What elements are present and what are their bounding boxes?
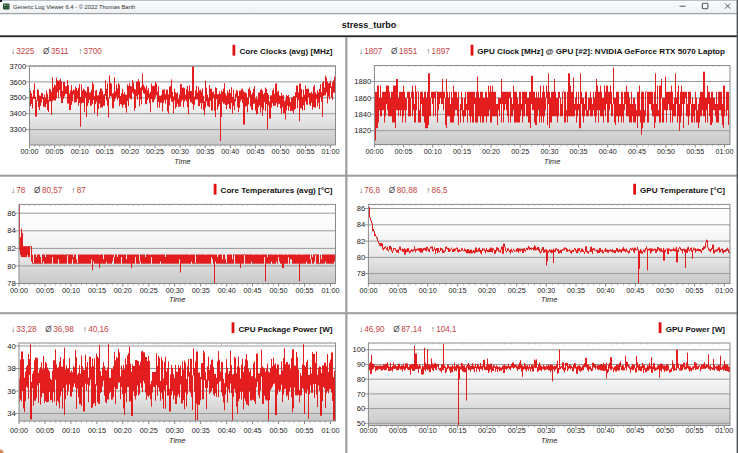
svg-text:↓: ↓	[359, 186, 363, 195]
svg-text:00:35: 00:35	[192, 426, 210, 435]
svg-text:00:35: 00:35	[196, 147, 214, 156]
svg-text:00:05: 00:05	[36, 426, 54, 435]
svg-text:00:15: 00:15	[448, 426, 466, 435]
svg-text:00:45: 00:45	[626, 286, 644, 295]
svg-text:1897: 1897	[432, 47, 451, 56]
svg-text:00:55: 00:55	[296, 286, 314, 295]
svg-text:3511: 3511	[51, 47, 69, 56]
svg-text:80,57: 80,57	[42, 186, 63, 195]
svg-text:00:40: 00:40	[599, 147, 617, 156]
svg-text:3225: 3225	[16, 47, 35, 56]
svg-text:00:20: 00:20	[478, 426, 496, 435]
svg-text:GPU Temperature [°C]: GPU Temperature [°C]	[640, 186, 725, 195]
svg-text:00:05: 00:05	[46, 147, 64, 156]
svg-text:Ø: Ø	[45, 325, 52, 334]
svg-text:00:05: 00:05	[395, 147, 413, 156]
svg-text:1880: 1880	[354, 77, 371, 86]
svg-text:00:25: 00:25	[146, 147, 164, 156]
svg-text:00:55: 00:55	[296, 426, 314, 435]
svg-text:00:15: 00:15	[448, 286, 466, 295]
svg-text:00:45: 00:45	[244, 286, 262, 295]
svg-text:↓: ↓	[359, 325, 363, 334]
svg-text:↑: ↑	[78, 47, 82, 56]
svg-text:00:10: 00:10	[419, 426, 437, 435]
svg-text:00:10: 00:10	[62, 286, 80, 295]
svg-text:00:15: 00:15	[88, 286, 106, 295]
svg-text:00:50: 00:50	[270, 426, 288, 435]
svg-text:↓: ↓	[11, 186, 15, 195]
svg-text:00:25: 00:25	[140, 286, 158, 295]
svg-text:00:40: 00:40	[597, 426, 615, 435]
svg-text:40,16: 40,16	[88, 325, 109, 334]
svg-text:00:50: 00:50	[270, 286, 288, 295]
svg-text:1851: 1851	[399, 47, 418, 56]
svg-text:01:00: 01:00	[715, 286, 733, 295]
svg-text:00:15: 00:15	[453, 147, 471, 156]
svg-text:3400: 3400	[9, 109, 26, 118]
svg-text:↑: ↑	[431, 325, 435, 334]
svg-text:80: 80	[7, 262, 15, 271]
svg-text:00:10: 00:10	[424, 147, 442, 156]
svg-text:00:35: 00:35	[567, 286, 585, 295]
svg-text:86: 86	[357, 204, 365, 213]
svg-text:80: 80	[357, 253, 365, 262]
svg-text:00:50: 00:50	[272, 147, 290, 156]
svg-text:00:30: 00:30	[166, 426, 184, 435]
svg-text:90: 90	[357, 360, 365, 369]
svg-text:00:20: 00:20	[121, 147, 139, 156]
svg-text:00:25: 00:25	[140, 426, 158, 435]
svg-text:34: 34	[7, 409, 15, 418]
svg-text:100: 100	[353, 345, 366, 354]
svg-text:01:00: 01:00	[322, 147, 340, 156]
svg-text:00:05: 00:05	[36, 286, 54, 295]
svg-text:Time: Time	[544, 157, 560, 166]
svg-text:00:05: 00:05	[389, 426, 407, 435]
svg-text:33,28: 33,28	[16, 325, 37, 334]
svg-text:00:50: 00:50	[657, 147, 675, 156]
svg-text:84: 84	[7, 226, 15, 235]
svg-text:↑: ↑	[71, 186, 75, 195]
svg-text:78: 78	[16, 186, 26, 195]
svg-text:36,98: 36,98	[53, 325, 74, 334]
svg-text:00:25: 00:25	[508, 426, 526, 435]
svg-text:01:00: 01:00	[322, 286, 340, 295]
svg-text:87,14: 87,14	[401, 325, 422, 334]
svg-text:1860: 1860	[354, 94, 371, 103]
svg-text:60: 60	[357, 404, 365, 413]
svg-text:Generic Log Viewer 6.4 - © 202: Generic Log Viewer 6.4 - © 2022 Thomas B…	[13, 4, 135, 10]
svg-text:00:00: 00:00	[365, 147, 383, 156]
svg-text:Core Temperatures (avg) [°C]: Core Temperatures (avg) [°C]	[221, 186, 333, 195]
svg-text:00:30: 00:30	[540, 147, 558, 156]
svg-text:Time: Time	[541, 436, 557, 445]
svg-text:00:25: 00:25	[508, 286, 526, 295]
svg-text:00:30: 00:30	[166, 286, 184, 295]
svg-text:00:40: 00:40	[597, 286, 615, 295]
svg-text:00:00: 00:00	[359, 426, 377, 435]
svg-text:00:35: 00:35	[567, 426, 585, 435]
svg-text:80,88: 80,88	[397, 186, 418, 195]
svg-text:00:20: 00:20	[478, 286, 496, 295]
svg-text:↓: ↓	[11, 47, 15, 56]
svg-text:GPU Clock [MHz] @ GPU [#2]: NV: GPU Clock [MHz] @ GPU [#2]: NVIDIA GeFor…	[477, 47, 725, 56]
svg-text:80: 80	[357, 375, 365, 384]
svg-text:Ø: Ø	[34, 186, 41, 195]
svg-text:Ø: Ø	[393, 325, 400, 334]
svg-text:↑: ↑	[83, 325, 87, 334]
svg-text:00:30: 00:30	[537, 286, 555, 295]
svg-text:00:35: 00:35	[570, 147, 588, 156]
svg-text:↓: ↓	[359, 47, 363, 56]
svg-text:86,5: 86,5	[432, 186, 448, 195]
svg-text:3700: 3700	[84, 47, 103, 56]
svg-text:00:45: 00:45	[244, 426, 262, 435]
svg-text:1840: 1840	[354, 110, 371, 119]
svg-text:00:10: 00:10	[62, 426, 80, 435]
svg-text:Ø: Ø	[389, 186, 396, 195]
svg-text:Time: Time	[169, 295, 185, 304]
svg-text:84: 84	[357, 220, 365, 229]
svg-text:1820: 1820	[354, 126, 371, 135]
svg-text:↑: ↑	[426, 47, 430, 56]
svg-text:36: 36	[7, 387, 15, 396]
svg-text:↓: ↓	[11, 325, 15, 334]
svg-text:70: 70	[357, 390, 365, 399]
svg-text:00:10: 00:10	[71, 147, 89, 156]
